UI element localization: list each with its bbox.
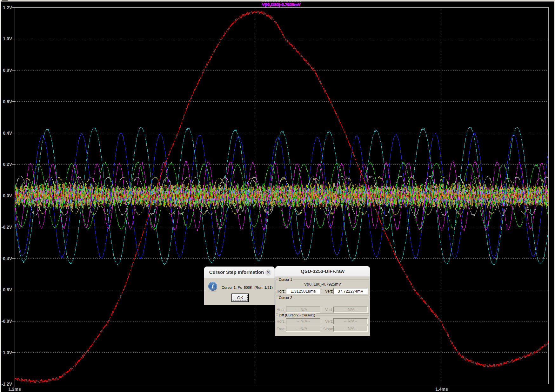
svg-text:V(I0,I180)-0.7925mV: V(I0,I180)-0.7925mV — [262, 2, 301, 7]
svg-text:-0.2V: -0.2V — [2, 225, 12, 230]
svg-text:1.2V: 1.2V — [3, 5, 12, 10]
svg-text:0.4V: 0.4V — [3, 131, 12, 136]
svg-text:-0.8V: -0.8V — [2, 319, 12, 324]
svg-text:1.2ms: 1.2ms — [8, 387, 21, 392]
svg-text:-1.2V: -1.2V — [2, 382, 12, 387]
svg-text:0.6V: 0.6V — [3, 99, 12, 104]
svg-text:1.0V: 1.0V — [3, 36, 12, 41]
svg-text:0.2V: 0.2V — [3, 162, 12, 167]
svg-text:0.0V: 0.0V — [3, 193, 12, 198]
svg-text:-0.6V: -0.6V — [2, 287, 12, 292]
svg-text:0.8V: 0.8V — [3, 68, 12, 73]
svg-text:i: i — [212, 283, 214, 290]
svg-text:1.4ms: 1.4ms — [435, 387, 448, 392]
svg-text:-0.4V: -0.4V — [2, 256, 12, 261]
svg-text:-1.0V: -1.0V — [2, 350, 12, 355]
